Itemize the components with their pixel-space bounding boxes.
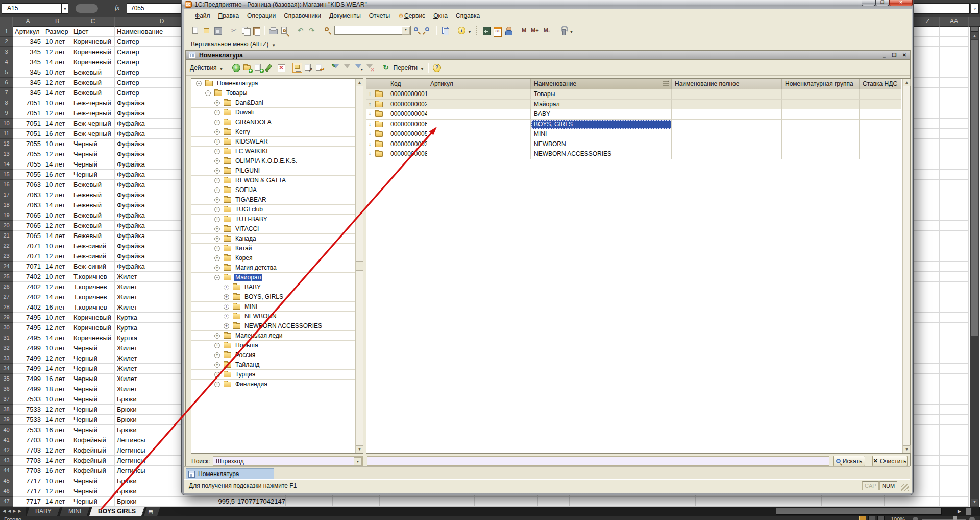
tree-item-label[interactable]: Kerry xyxy=(234,128,251,135)
table-row-Майорал[interactable]: ↑00000000002Майорал xyxy=(366,100,901,110)
row-header-27[interactable]: 27 xyxy=(0,292,13,302)
expand-icon[interactable]: + xyxy=(224,323,229,329)
actions-caret-icon[interactable]: ▼ xyxy=(219,64,225,72)
cell[interactable]: 14 лет xyxy=(43,57,71,67)
cell[interactable] xyxy=(758,497,790,507)
tree-item-label[interactable]: SOFIJA xyxy=(234,186,258,194)
cell[interactable]: 14 лет xyxy=(43,364,71,374)
code-cell[interactable]: 00000000003 xyxy=(387,139,427,150)
cell[interactable]: Бежевый xyxy=(71,78,115,88)
cell[interactable]: 12 лет xyxy=(43,251,71,262)
expand-icon[interactable]: + xyxy=(214,187,220,193)
cell[interactable]: 7051 xyxy=(13,119,43,129)
cell[interactable]: 7703 xyxy=(13,456,43,466)
expand-icon[interactable]: + xyxy=(214,129,220,135)
expand-icon[interactable]: + xyxy=(214,333,220,339)
select-mode-icon[interactable] xyxy=(304,63,313,73)
row-header-46[interactable]: 46 xyxy=(0,486,13,497)
cell[interactable]: 12 лет xyxy=(43,282,71,292)
cell[interactable] xyxy=(427,129,531,139)
cell[interactable]: 7402 xyxy=(13,292,43,302)
cell[interactable] xyxy=(664,497,696,507)
cell[interactable]: Коричневый xyxy=(71,57,115,67)
tree-item-label[interactable]: BOYS, GIRLS xyxy=(243,293,284,300)
scrollbar-thumb[interactable] xyxy=(971,40,978,336)
cell[interactable]: Бежевый xyxy=(71,231,115,241)
cell[interactable] xyxy=(940,190,969,200)
cell[interactable]: Черный xyxy=(71,159,115,170)
cell[interactable] xyxy=(940,272,969,282)
cell[interactable] xyxy=(427,109,531,120)
cell[interactable]: 10 лет xyxy=(43,241,71,251)
zoom-slider-thumb[interactable] xyxy=(953,516,957,520)
tree-item-Магия детства[interactable]: +Магия детства xyxy=(191,263,355,273)
cell[interactable]: 7051 xyxy=(13,98,43,108)
cell[interactable]: 7402 xyxy=(13,282,43,292)
cell[interactable] xyxy=(427,139,531,150)
cell[interactable] xyxy=(940,364,969,374)
tree-item-label[interactable]: Россия xyxy=(234,351,256,359)
cell[interactable]: 345 xyxy=(13,88,43,98)
cut-icon[interactable]: ✂ xyxy=(229,26,239,35)
cell[interactable] xyxy=(860,89,901,100)
cell[interactable]: 7499 xyxy=(13,343,43,353)
filter-clear-icon[interactable]: ✕ xyxy=(365,63,375,73)
cell[interactable]: 10 лет xyxy=(43,37,71,47)
settings-wrench-icon[interactable] xyxy=(558,26,568,35)
memory-mplus-button[interactable]: M+ xyxy=(529,27,541,33)
cell[interactable]: 10 лет xyxy=(43,394,71,405)
cell[interactable]: Бежевый xyxy=(71,88,115,98)
cell[interactable] xyxy=(885,497,916,507)
cell[interactable]: 7717 xyxy=(13,497,43,507)
column-header-Наименование полное[interactable]: Наименование полное xyxy=(672,79,782,89)
cell[interactable]: 345 xyxy=(13,37,43,47)
cell[interactable]: Бежевый xyxy=(71,67,115,78)
scrollbar-split-handle[interactable] xyxy=(971,27,978,32)
cell[interactable] xyxy=(916,57,940,67)
row-header-19[interactable]: 19 xyxy=(0,210,13,221)
row-header-31[interactable]: 31 xyxy=(0,333,13,343)
cell[interactable] xyxy=(916,149,940,159)
table-row-BOYS, GIRLS[interactable]: ↓00000000006BOYS, GIRLS xyxy=(366,120,901,130)
cell[interactable]: 14 лет xyxy=(43,262,71,272)
tree-item-TUTI-BABY[interactable]: +TUTI-BABY xyxy=(191,215,355,224)
cell[interactable] xyxy=(916,180,940,190)
cell[interactable] xyxy=(782,149,860,159)
cell[interactable] xyxy=(916,476,940,486)
cell[interactable] xyxy=(916,200,940,210)
tree-item-Канада[interactable]: +Канада xyxy=(191,234,355,244)
column-header-Код[interactable]: Код xyxy=(387,79,427,89)
copy-icon[interactable] xyxy=(240,26,250,35)
undo-icon[interactable]: ↶ xyxy=(296,26,305,35)
row-header-30[interactable]: 30 xyxy=(0,323,13,333)
cell[interactable] xyxy=(916,262,940,272)
cell[interactable]: 10 лет xyxy=(43,435,71,445)
cell[interactable]: Т.коричнев xyxy=(71,282,115,292)
add-item-icon[interactable] xyxy=(231,63,241,73)
row-header-24[interactable]: 24 xyxy=(0,262,13,272)
cell[interactable] xyxy=(916,394,940,405)
row-header-36[interactable]: 36 xyxy=(0,384,13,394)
cell[interactable] xyxy=(916,88,940,98)
select-all-corner[interactable] xyxy=(0,17,13,27)
cell[interactable] xyxy=(782,89,860,100)
cell[interactable]: Черный xyxy=(71,384,115,394)
add-copy-icon[interactable]: + xyxy=(254,63,263,73)
cell[interactable] xyxy=(940,374,969,384)
cell[interactable]: Беж-синий xyxy=(71,262,115,272)
expand-icon[interactable]: + xyxy=(224,294,229,300)
cell[interactable] xyxy=(940,210,969,221)
cell[interactable] xyxy=(940,170,969,180)
row-header-35[interactable]: 35 xyxy=(0,374,13,384)
tree-item-label[interactable]: NEWBORN xyxy=(243,313,278,320)
name-box-dropdown-icon[interactable]: ▼ xyxy=(62,3,68,14)
cell[interactable] xyxy=(940,98,969,108)
cell[interactable] xyxy=(916,343,940,353)
cell[interactable]: 16 лет xyxy=(43,170,71,180)
cell[interactable]: 7717 xyxy=(13,486,43,497)
new-document-icon[interactable] xyxy=(190,26,200,35)
cell[interactable]: 12 лет xyxy=(43,47,71,57)
cell[interactable]: 18 лет xyxy=(43,384,71,394)
row-header-10[interactable]: 10 xyxy=(0,119,13,129)
row-header-29[interactable]: 29 xyxy=(0,313,13,323)
